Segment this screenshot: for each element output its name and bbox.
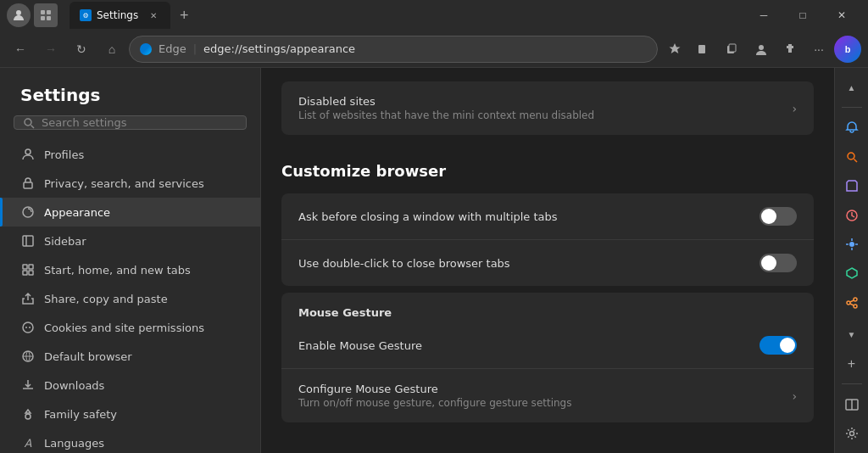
cookies-label: Cookies and site permissions bbox=[44, 322, 204, 334]
sidebar-settings-button[interactable] bbox=[838, 421, 865, 446]
start-label: Start, home, and new tabs bbox=[44, 264, 191, 277]
window-controls: ─ □ ✕ bbox=[744, 0, 861, 31]
sidebar-item-cookies[interactable]: Cookies and site permissions bbox=[0, 313, 260, 342]
svg-point-0 bbox=[16, 10, 21, 15]
profiles-icon bbox=[20, 147, 36, 162]
history-button[interactable] bbox=[838, 202, 865, 227]
svg-line-28 bbox=[854, 159, 857, 162]
sidebar-item-family[interactable]: Family safety bbox=[0, 400, 260, 428]
home-button[interactable]: ⌂ bbox=[98, 36, 125, 63]
double-click-row[interactable]: Use double-click to close browser tabs bbox=[281, 240, 814, 286]
svg-rect-10 bbox=[729, 44, 736, 52]
close-window-row[interactable]: Ask before closing a window with multipl… bbox=[281, 193, 814, 240]
bing-copilot-button[interactable]: b bbox=[834, 36, 861, 63]
family-label: Family safety bbox=[44, 408, 117, 421]
minimize-button[interactable]: ─ bbox=[744, 0, 783, 31]
downloads-label: Downloads bbox=[44, 379, 104, 392]
more-button[interactable]: ··· bbox=[805, 36, 832, 63]
svg-rect-17 bbox=[23, 236, 33, 246]
notifications-button[interactable] bbox=[838, 115, 865, 140]
tab-close-button[interactable]: ✕ bbox=[147, 8, 160, 22]
address-bar[interactable]: Edge | edge://settings/appearance bbox=[129, 36, 658, 63]
svg-point-14 bbox=[25, 149, 31, 154]
sidebar-item-languages[interactable]: A Languages bbox=[0, 428, 260, 453]
svg-line-34 bbox=[850, 300, 854, 302]
svg-line-13 bbox=[31, 125, 35, 128]
sidebar-item-downloads[interactable]: Downloads bbox=[0, 371, 260, 400]
chevron-right-icon: › bbox=[792, 389, 797, 403]
sidebar-item-privacy[interactable]: Privacy, search, and services bbox=[0, 169, 260, 198]
nav-actions: ··· b bbox=[661, 36, 861, 63]
tab-label: Settings bbox=[97, 9, 138, 21]
close-window-toggle[interactable] bbox=[760, 207, 797, 226]
grid-icon[interactable] bbox=[34, 3, 58, 27]
appearance-icon bbox=[20, 204, 36, 220]
svg-rect-2 bbox=[47, 10, 51, 14]
sidebar-item-appearance[interactable]: Appearance bbox=[0, 198, 260, 226]
split-view-button[interactable] bbox=[838, 391, 865, 417]
add-sidebar-button[interactable]: + bbox=[838, 351, 865, 377]
settings-tab[interactable]: ⚙ Settings ✕ bbox=[70, 2, 170, 29]
sidebar-item-profiles[interactable]: Profiles bbox=[0, 140, 260, 169]
share-sidebar-button[interactable] bbox=[838, 289, 865, 315]
search-box[interactable] bbox=[14, 115, 247, 130]
sidebar-divider-2 bbox=[842, 383, 862, 384]
favorites-button[interactable] bbox=[661, 36, 688, 63]
svg-point-32 bbox=[854, 298, 857, 301]
sidebar-label: Sidebar bbox=[44, 235, 86, 248]
sidebar-item-start[interactable]: Start, home, and new tabs bbox=[0, 255, 260, 284]
back-button[interactable]: ← bbox=[7, 36, 34, 63]
profile-avatar[interactable] bbox=[7, 3, 31, 27]
svg-point-33 bbox=[854, 305, 857, 308]
mouse-gesture-heading: Mouse Gesture bbox=[281, 293, 814, 322]
enable-gesture-toggle[interactable] bbox=[760, 336, 797, 355]
toggle-thumb bbox=[761, 255, 776, 271]
sidebar-item-sidebar[interactable]: Sidebar bbox=[0, 226, 260, 255]
svg-rect-1 bbox=[41, 10, 45, 14]
disabled-sites-card: Disabled sites List of websites that hav… bbox=[281, 81, 814, 135]
main-layout: Settings Profiles Privacy, search, and s… bbox=[0, 68, 868, 453]
profile-button[interactable] bbox=[748, 36, 775, 63]
double-click-label: Use double-click to close browser tabs bbox=[298, 257, 510, 270]
titlebar: ⚙ Settings ✕ + ─ □ ✕ bbox=[0, 0, 868, 31]
svg-point-23 bbox=[23, 322, 33, 333]
privacy-label: Privacy, search, and services bbox=[44, 177, 204, 190]
close-button[interactable]: ✕ bbox=[822, 0, 861, 31]
profiles-label: Profiles bbox=[44, 148, 84, 161]
copilot-button[interactable] bbox=[838, 232, 865, 257]
sidebar-item-share[interactable]: Share, copy and paste bbox=[0, 284, 260, 313]
forward-button[interactable]: → bbox=[37, 36, 64, 63]
content-inner: Disabled sites List of websites that hav… bbox=[261, 81, 834, 450]
search-input[interactable] bbox=[42, 116, 237, 129]
read-aloud-button[interactable] bbox=[690, 36, 717, 63]
svg-line-35 bbox=[850, 304, 854, 305]
svg-rect-15 bbox=[24, 182, 32, 188]
disabled-sites-row[interactable]: Disabled sites List of websites that hav… bbox=[281, 81, 814, 135]
search-sidebar-button[interactable] bbox=[838, 144, 865, 170]
privacy-icon bbox=[20, 176, 36, 191]
family-icon bbox=[20, 406, 36, 422]
languages-icon: A bbox=[20, 435, 36, 450]
maximize-button[interactable]: □ bbox=[783, 0, 822, 31]
enable-gesture-row[interactable]: Enable Mouse Gesture bbox=[281, 322, 814, 369]
address-text: edge://settings/appearance bbox=[203, 42, 355, 55]
chevron-right-icon: › bbox=[792, 102, 797, 115]
new-tab-button[interactable]: + bbox=[172, 3, 196, 27]
sidebar-item-browser[interactable]: Default browser bbox=[0, 342, 260, 371]
configure-gesture-text: Configure Mouse Gesture Turn on/off mous… bbox=[298, 383, 571, 409]
collections-sidebar-button[interactable] bbox=[838, 173, 865, 199]
scroll-down-button[interactable]: ▼ bbox=[838, 322, 865, 348]
toggle-settings-card: Ask before closing a window with multipl… bbox=[281, 193, 814, 286]
collections-button[interactable] bbox=[719, 36, 746, 63]
settings-title: Settings bbox=[0, 68, 260, 115]
scroll-up-button[interactable]: ▲ bbox=[838, 75, 865, 100]
svg-rect-3 bbox=[41, 16, 45, 20]
office-button[interactable] bbox=[838, 260, 865, 286]
right-sidebar: ▲ ▼ + bbox=[834, 68, 868, 453]
double-click-toggle[interactable] bbox=[760, 254, 797, 272]
svg-point-25 bbox=[25, 414, 31, 419]
extensions-button[interactable] bbox=[776, 36, 804, 63]
configure-gesture-row[interactable]: Configure Mouse Gesture Turn on/off mous… bbox=[281, 369, 814, 422]
share-label: Share, copy and paste bbox=[44, 293, 168, 305]
refresh-button[interactable]: ↻ bbox=[68, 36, 95, 63]
